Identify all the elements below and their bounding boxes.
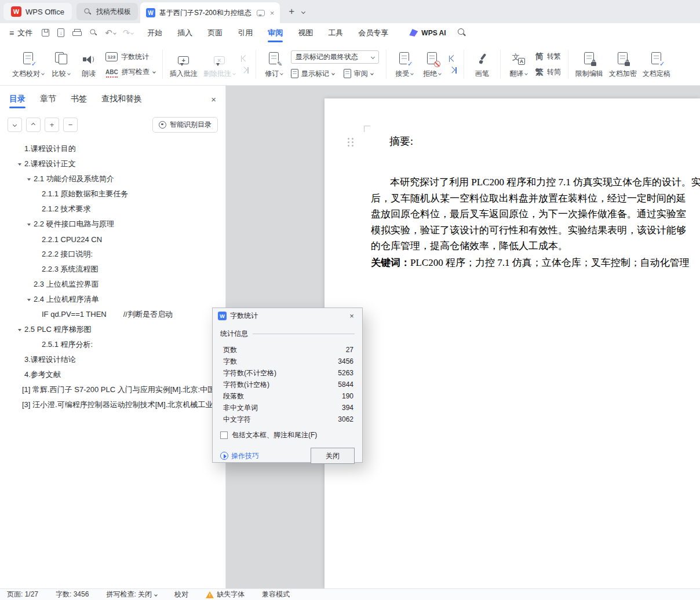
tab-bookmarks[interactable]: 书签 bbox=[71, 86, 87, 112]
previous-change-icon[interactable] bbox=[449, 56, 457, 62]
document-proofing-button[interactable]: ✓ 文档校对 bbox=[9, 45, 47, 84]
compat-mode-status[interactable]: 兼容模式 bbox=[262, 590, 290, 599]
toc-item[interactable]: IF qd.PV==1 THEN //判断是否启动 bbox=[0, 307, 225, 322]
toc-item[interactable]: 2.3 上位机监控界面 bbox=[0, 277, 225, 292]
checkbox-icon[interactable] bbox=[220, 431, 228, 439]
tab-contents[interactable]: 目录 bbox=[9, 86, 25, 112]
previous-comment-icon[interactable] bbox=[241, 56, 249, 62]
insert-comment-button[interactable]: + 插入批注 bbox=[167, 45, 200, 84]
ink-pen-button[interactable]: 画笔 bbox=[468, 45, 496, 84]
tab-find-replace[interactable]: 查找和替换 bbox=[101, 86, 142, 112]
toc-item[interactable]: 2.1.1 原始数据和主要任务 bbox=[0, 186, 225, 202]
finalize-document-button[interactable]: ✓ 文档定稿 bbox=[640, 45, 673, 84]
toc-collapse-icon[interactable] bbox=[24, 297, 34, 303]
word-count-status[interactable]: 字数: 3456 bbox=[56, 590, 89, 599]
include-textbox-checkbox[interactable]: 包括文本框、脚注和尾注(F) bbox=[220, 430, 355, 440]
comment-bubble-icon[interactable] bbox=[257, 10, 265, 16]
reject-button[interactable]: 拒绝 bbox=[418, 45, 446, 84]
undo-button[interactable]: ↶ bbox=[105, 28, 116, 38]
close-button[interactable]: 关闭 bbox=[311, 448, 355, 464]
menu-review[interactable]: 审阅 bbox=[268, 23, 283, 42]
next-change-icon[interactable] bbox=[449, 67, 457, 74]
toc-item[interactable]: 2.4 上位机程序清单 bbox=[0, 292, 225, 307]
traditional-to-simplified-button[interactable]: 繁 转简 bbox=[535, 67, 561, 78]
wps-ai-button[interactable]: WPS AI bbox=[409, 29, 446, 37]
toc-item[interactable]: 2.5.1 程序分析: bbox=[0, 337, 225, 352]
save-icon[interactable] bbox=[42, 29, 49, 36]
redo-button[interactable]: ↷ bbox=[123, 28, 134, 38]
redo-chevron-icon[interactable] bbox=[130, 31, 134, 35]
menu-insert[interactable]: 插入 bbox=[177, 23, 192, 42]
menu-reference[interactable]: 引用 bbox=[238, 23, 253, 42]
abstract-paragraph: 本研究探讨了利用 PLC200 程序和力控 7.1 仿真实现立体仓库的设计。实验… bbox=[371, 174, 700, 254]
chevron-down-icon bbox=[370, 72, 374, 75]
compare-button[interactable]: 比较 bbox=[47, 45, 75, 84]
toc-item[interactable]: 2.2.3 系统流程图 bbox=[0, 262, 225, 277]
encrypt-document-button[interactable]: 文档加密 bbox=[606, 45, 640, 84]
toc-collapse-icon[interactable] bbox=[15, 327, 24, 333]
export-pdf-icon[interactable]: ↓ bbox=[57, 28, 64, 37]
delete-comment-button[interactable]: × 删除批注 bbox=[200, 45, 238, 84]
wps-office-button[interactable]: W WPS Office bbox=[3, 3, 72, 20]
show-markup-button[interactable]: 显示标记 bbox=[291, 69, 334, 79]
toc-collapse-icon[interactable] bbox=[24, 221, 34, 228]
zoom-out-outline-button[interactable]: − bbox=[63, 118, 78, 132]
undo-chevron-icon[interactable] bbox=[113, 31, 116, 35]
toc-collapse-icon[interactable] bbox=[24, 176, 34, 182]
menu-view[interactable]: 视图 bbox=[298, 23, 313, 42]
toc-collapse-icon[interactable] bbox=[15, 161, 24, 167]
track-changes-button[interactable]: ✎ 修订 bbox=[260, 45, 288, 84]
close-tab-icon[interactable]: × bbox=[270, 9, 275, 17]
new-tab-button[interactable]: + bbox=[285, 5, 298, 19]
simplified-to-traditional-button[interactable]: 简 转繁 bbox=[535, 52, 561, 62]
menu-page[interactable]: 页面 bbox=[207, 23, 223, 42]
file-menu-button[interactable]: ≡ 文件 bbox=[0, 28, 37, 38]
menu-home[interactable]: 开始 bbox=[147, 23, 162, 42]
toc-item[interactable]: [3] 汪小澄.可编程序控制器运动控制技术[M].北京机械工业出 bbox=[0, 397, 225, 412]
review-menu-button[interactable]: 审阅 bbox=[344, 69, 373, 79]
restrict-editing-button[interactable]: 限制编辑 bbox=[573, 45, 606, 84]
menu-tools[interactable]: 工具 bbox=[328, 23, 343, 42]
missing-fonts-status[interactable]: 缺失字体 bbox=[206, 590, 245, 599]
zoom-in-outline-button[interactable]: + bbox=[45, 118, 59, 132]
toc-item[interactable]: 2.1.2 技术要求 bbox=[0, 202, 225, 217]
read-aloud-button[interactable]: 朗读 bbox=[75, 45, 103, 84]
page-indicator[interactable]: 页面: 1/27 bbox=[7, 590, 38, 599]
spell-check-status[interactable]: 拼写检查: 关闭 bbox=[106, 590, 157, 599]
menu-member[interactable]: 会员专享 bbox=[358, 23, 388, 42]
toc-item[interactable]: 3.课程设计结论 bbox=[0, 352, 225, 367]
toc-item[interactable]: 1.课程设计目的 bbox=[0, 141, 225, 156]
dialog-title-bar[interactable]: W 字数统计 × bbox=[213, 308, 362, 324]
accept-button[interactable]: ✓ 接受 bbox=[391, 45, 418, 84]
toc-item[interactable]: 4.参考文献 bbox=[0, 367, 225, 382]
tab-template-search[interactable]: 找稿壳模板 bbox=[76, 3, 138, 20]
spell-check-button[interactable]: ABC 拼写检查 bbox=[105, 67, 155, 77]
toc-item[interactable]: 2.5 PLC 程序梯形图 bbox=[0, 322, 225, 337]
expand-down-button[interactable] bbox=[8, 118, 22, 132]
toc-item[interactable]: 2.课程设计正文 bbox=[0, 156, 225, 171]
tab-document[interactable]: W 基于西门子S7-200和力控组态 × bbox=[140, 2, 280, 23]
close-panel-icon[interactable]: × bbox=[211, 94, 216, 104]
close-dialog-icon[interactable]: × bbox=[347, 312, 357, 320]
toc-item[interactable]: 2.2.2 接口说明: bbox=[0, 247, 225, 262]
collapse-up-button[interactable] bbox=[26, 118, 41, 132]
tab-list-chevron-icon[interactable] bbox=[302, 10, 305, 13]
word-count-button[interactable]: 123 字数统计 bbox=[105, 52, 155, 62]
print-icon[interactable] bbox=[72, 29, 81, 36]
toc-item[interactable]: [1] 常辉.西门子 S7-200 PLC 入门与应用实例[M].北京:中国电 bbox=[0, 382, 225, 397]
encrypt-document-icon bbox=[618, 52, 628, 64]
document-page[interactable]: 摘要: 本研究探讨了利用 PLC200 程序和力控 7.1 仿真实现立体仓库的设… bbox=[325, 98, 700, 588]
print-preview-icon[interactable] bbox=[90, 30, 97, 36]
drag-handle-icon[interactable] bbox=[348, 138, 354, 148]
tips-link[interactable]: 操作技巧 bbox=[220, 451, 259, 461]
toc-item[interactable]: 2.2 硬件接口电路与原理 bbox=[0, 217, 225, 232]
translate-button[interactable]: 翻译 bbox=[505, 45, 533, 84]
toc-item[interactable]: 2.2.1 CPU224 CN bbox=[0, 232, 225, 247]
tab-chapters[interactable]: 章节 bbox=[40, 86, 56, 112]
search-icon[interactable] bbox=[458, 28, 466, 37]
next-comment-icon[interactable] bbox=[241, 67, 249, 74]
proofing-status[interactable]: 校对 bbox=[174, 590, 188, 599]
markup-state-combobox[interactable]: 显示标记的最终状态 bbox=[291, 50, 379, 64]
toc-item[interactable]: 2.1 功能介绍及系统简介 bbox=[0, 171, 225, 186]
smart-toc-button[interactable]: 智能识别目录 bbox=[152, 117, 218, 133]
